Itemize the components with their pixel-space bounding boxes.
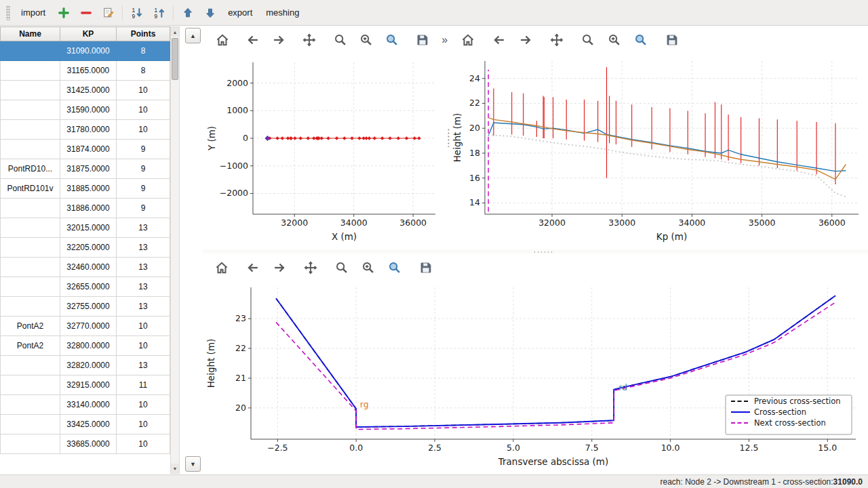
table-row[interactable]: 31165.00008: [1, 61, 170, 81]
subplots-button[interactable]: [603, 30, 626, 51]
cell-points[interactable]: 9: [117, 179, 170, 199]
cell-name[interactable]: [1, 297, 60, 317]
table-row[interactable]: 33425.000010: [1, 415, 170, 434]
column-header-points[interactable]: Points: [117, 27, 170, 41]
cell-kp[interactable]: 32755.0000: [60, 297, 117, 317]
table-row[interactable]: 31090.00008: [1, 41, 170, 61]
cell-name[interactable]: [1, 395, 60, 415]
save-button[interactable]: [414, 258, 437, 279]
scrollbar-down-button[interactable]: ▼: [171, 464, 179, 473]
cell-kp[interactable]: 32770.0000: [60, 317, 117, 336]
cell-name[interactable]: [1, 218, 60, 238]
save-button[interactable]: [412, 30, 434, 51]
table-row[interactable]: 31886.00009: [1, 199, 170, 218]
cell-kp[interactable]: 32820.0000: [60, 356, 117, 375]
plan-view-chart[interactable]: 320003400036000−2000−1000010002000X (m)Y…: [204, 54, 448, 248]
customize-button[interactable]: [381, 30, 403, 51]
cell-points[interactable]: 10: [117, 336, 170, 356]
remove-cross-section-button[interactable]: [75, 3, 96, 22]
table-row[interactable]: 32915.000011: [1, 375, 170, 395]
table-row[interactable]: 32820.000013: [1, 356, 170, 375]
cell-name[interactable]: PontRD10...: [1, 159, 60, 179]
import-button[interactable]: import: [15, 5, 52, 20]
forward-button[interactable]: [268, 258, 291, 279]
previous-cross-section-button[interactable]: ▲: [185, 28, 201, 43]
cell-kp[interactable]: 31590.0000: [60, 100, 117, 120]
table-row[interactable]: PontRD101v31885.00009: [1, 179, 170, 199]
cell-kp[interactable]: 33685.0000: [60, 434, 117, 454]
cell-kp[interactable]: 31874.0000: [60, 140, 117, 159]
table-row[interactable]: 33685.000010: [1, 434, 170, 454]
cell-name[interactable]: [1, 41, 60, 61]
table-row[interactable]: 32755.000013: [1, 297, 170, 317]
forward-button[interactable]: [514, 30, 537, 51]
cell-name[interactable]: [1, 199, 60, 218]
next-cross-section-button[interactable]: ▼: [185, 456, 201, 472]
cell-name[interactable]: PontRD101v: [1, 179, 60, 199]
move-up-button[interactable]: [177, 3, 198, 22]
scrollbar-up-button[interactable]: ▲: [171, 27, 179, 37]
customize-button[interactable]: [629, 30, 652, 51]
table-row[interactable]: 31425.000010: [1, 81, 170, 100]
zoom-button[interactable]: [576, 30, 599, 51]
home-button[interactable]: [210, 258, 233, 279]
cell-name[interactable]: [1, 238, 60, 258]
cell-kp[interactable]: 32655.0000: [60, 277, 117, 297]
customize-button[interactable]: [383, 258, 406, 279]
table-row[interactable]: PontA232770.000010: [1, 317, 170, 336]
cell-kp[interactable]: 31886.0000: [60, 199, 117, 218]
cross-section-table[interactable]: NameKPPoints 31090.0000831165.0000831425…: [0, 26, 170, 454]
cell-kp[interactable]: 32460.0000: [60, 258, 117, 277]
cell-name[interactable]: [1, 434, 60, 454]
subplots-button[interactable]: [355, 30, 377, 51]
save-button[interactable]: [660, 30, 684, 51]
pan-button[interactable]: [298, 30, 321, 51]
move-down-button[interactable]: [199, 3, 220, 22]
table-row[interactable]: PontA232800.000010: [1, 336, 170, 356]
cell-points[interactable]: 10: [117, 120, 170, 140]
cell-points[interactable]: 10: [117, 81, 170, 100]
meshing-button[interactable]: meshing: [260, 5, 305, 20]
table-row[interactable]: 31590.000010: [1, 100, 170, 120]
cell-points[interactable]: 13: [117, 277, 170, 297]
cell-points[interactable]: 10: [117, 100, 170, 120]
cell-kp[interactable]: 31780.0000: [60, 120, 117, 140]
export-button[interactable]: export: [222, 5, 258, 20]
cell-name[interactable]: [1, 81, 60, 100]
cell-name[interactable]: [1, 61, 60, 81]
zoom-button[interactable]: [330, 258, 353, 279]
longitudinal-profile-chart[interactable]: 3200033000340003500036000141618202224Kp …: [450, 54, 868, 248]
table-row[interactable]: 31874.00009: [1, 140, 170, 159]
cell-name[interactable]: [1, 120, 60, 140]
cell-points[interactable]: 13: [117, 218, 170, 238]
toolbar-overflow-button[interactable]: »: [441, 34, 448, 46]
home-button[interactable]: [456, 30, 479, 51]
column-header-name[interactable]: Name: [1, 27, 60, 41]
cell-name[interactable]: [1, 375, 60, 395]
back-button[interactable]: [488, 30, 511, 51]
table-row[interactable]: 32655.000013: [1, 277, 170, 297]
cell-points[interactable]: 13: [117, 356, 170, 375]
cell-name[interactable]: [1, 415, 60, 434]
sort-ascending-button[interactable]: 1 9: [126, 3, 147, 22]
sort-descending-button[interactable]: 1 9: [149, 3, 170, 22]
cell-kp[interactable]: 33140.0000: [60, 395, 117, 415]
back-button[interactable]: [241, 30, 264, 51]
cell-name[interactable]: [1, 356, 60, 375]
cell-points[interactable]: 13: [117, 297, 170, 317]
cell-points[interactable]: 8: [117, 41, 170, 61]
subplots-button[interactable]: [357, 258, 380, 279]
cell-points[interactable]: 10: [117, 395, 170, 415]
column-header-kp[interactable]: KP: [60, 27, 117, 41]
cell-name[interactable]: PontA2: [1, 336, 60, 356]
cross-section-chart[interactable]: −2.50.02.55.07.510.012.515.020212223rgrd…: [203, 282, 868, 474]
cell-points[interactable]: 13: [117, 258, 170, 277]
table-row[interactable]: PontRD10...31875.00009: [1, 159, 170, 179]
table-row[interactable]: 32205.000013: [1, 238, 170, 258]
cell-points[interactable]: 9: [117, 140, 170, 159]
cell-kp[interactable]: 32205.0000: [60, 238, 117, 258]
cell-points[interactable]: 10: [117, 434, 170, 454]
cell-kp[interactable]: 32015.0000: [60, 218, 117, 238]
cell-kp[interactable]: 31165.0000: [60, 61, 117, 81]
cell-kp[interactable]: 31875.0000: [60, 159, 117, 179]
